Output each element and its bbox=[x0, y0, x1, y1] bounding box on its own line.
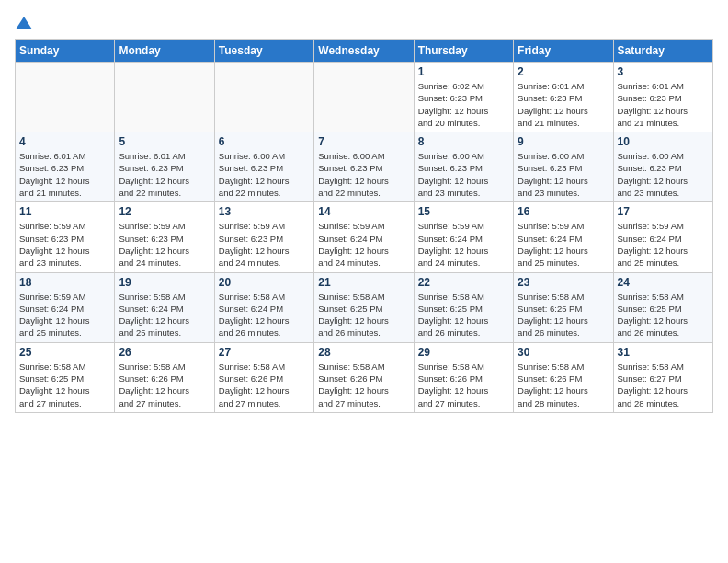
weekday-header-thursday: Thursday bbox=[414, 40, 513, 63]
day-number: 13 bbox=[219, 205, 310, 218]
day-info: Sunrise: 5:58 AMSunset: 6:25 PMDaylight:… bbox=[318, 291, 409, 339]
day-number: 30 bbox=[518, 346, 609, 359]
week-row-1: 1Sunrise: 6:02 AMSunset: 6:23 PMDaylight… bbox=[16, 63, 713, 132]
day-number: 9 bbox=[518, 135, 609, 148]
day-info: Sunrise: 5:58 AMSunset: 6:26 PMDaylight:… bbox=[518, 361, 609, 409]
day-info: Sunrise: 6:01 AMSunset: 6:23 PMDaylight:… bbox=[19, 150, 110, 199]
weekday-header-sunday: Sunday bbox=[16, 40, 115, 63]
day-info: Sunrise: 5:59 AMSunset: 6:24 PMDaylight:… bbox=[318, 220, 409, 269]
calendar-cell: 28Sunrise: 5:58 AMSunset: 6:26 PMDayligh… bbox=[314, 342, 414, 412]
day-info: Sunrise: 6:00 AMSunset: 6:23 PMDaylight:… bbox=[518, 150, 609, 199]
calendar-cell: 22Sunrise: 5:58 AMSunset: 6:25 PMDayligh… bbox=[414, 272, 513, 342]
day-number: 16 bbox=[518, 205, 609, 218]
day-info: Sunrise: 6:01 AMSunset: 6:23 PMDaylight:… bbox=[518, 80, 609, 129]
logo bbox=[15, 15, 32, 31]
day-info: Sunrise: 5:59 AMSunset: 6:23 PMDaylight:… bbox=[119, 220, 210, 269]
day-number: 14 bbox=[318, 205, 409, 218]
day-number: 8 bbox=[418, 135, 509, 148]
calendar-cell: 2Sunrise: 6:01 AMSunset: 6:23 PMDaylight… bbox=[514, 63, 613, 132]
week-row-2: 4Sunrise: 6:01 AMSunset: 6:23 PMDaylight… bbox=[16, 132, 713, 202]
day-number: 22 bbox=[418, 276, 509, 289]
day-number: 29 bbox=[418, 346, 509, 359]
day-number: 5 bbox=[119, 135, 210, 148]
calendar-cell: 6Sunrise: 6:00 AMSunset: 6:23 PMDaylight… bbox=[214, 132, 313, 202]
calendar-cell: 25Sunrise: 5:58 AMSunset: 6:25 PMDayligh… bbox=[16, 342, 115, 412]
day-info: Sunrise: 5:58 AMSunset: 6:26 PMDaylight:… bbox=[318, 361, 409, 409]
calendar-cell: 27Sunrise: 5:58 AMSunset: 6:26 PMDayligh… bbox=[214, 342, 313, 412]
day-info: Sunrise: 6:01 AMSunset: 6:23 PMDaylight:… bbox=[618, 80, 709, 129]
weekday-header-saturday: Saturday bbox=[613, 40, 712, 63]
calendar-cell: 23Sunrise: 5:58 AMSunset: 6:25 PMDayligh… bbox=[514, 272, 613, 342]
calendar-cell: 3Sunrise: 6:01 AMSunset: 6:23 PMDaylight… bbox=[613, 63, 712, 132]
day-info: Sunrise: 5:59 AMSunset: 6:23 PMDaylight:… bbox=[219, 220, 310, 269]
day-info: Sunrise: 5:58 AMSunset: 6:27 PMDaylight:… bbox=[618, 361, 709, 409]
calendar-cell: 1Sunrise: 6:02 AMSunset: 6:23 PMDaylight… bbox=[414, 63, 513, 132]
week-row-5: 25Sunrise: 5:58 AMSunset: 6:25 PMDayligh… bbox=[16, 342, 713, 412]
day-info: Sunrise: 5:58 AMSunset: 6:25 PMDaylight:… bbox=[19, 361, 110, 409]
day-number: 19 bbox=[119, 276, 210, 289]
day-info: Sunrise: 5:58 AMSunset: 6:24 PMDaylight:… bbox=[119, 291, 210, 339]
day-number: 18 bbox=[19, 276, 110, 289]
weekday-header-friday: Friday bbox=[514, 40, 613, 63]
day-info: Sunrise: 5:58 AMSunset: 6:26 PMDaylight:… bbox=[418, 361, 509, 409]
week-row-3: 11Sunrise: 5:59 AMSunset: 6:23 PMDayligh… bbox=[16, 202, 713, 272]
day-info: Sunrise: 6:00 AMSunset: 6:23 PMDaylight:… bbox=[318, 150, 409, 199]
calendar-cell: 7Sunrise: 6:00 AMSunset: 6:23 PMDaylight… bbox=[314, 132, 414, 202]
day-number: 28 bbox=[318, 346, 409, 359]
weekday-header-row: SundayMondayTuesdayWednesdayThursdayFrid… bbox=[16, 40, 713, 63]
calendar-cell: 21Sunrise: 5:58 AMSunset: 6:25 PMDayligh… bbox=[314, 272, 414, 342]
weekday-header-monday: Monday bbox=[115, 40, 214, 63]
day-number: 11 bbox=[19, 205, 110, 218]
day-info: Sunrise: 6:02 AMSunset: 6:23 PMDaylight:… bbox=[418, 80, 509, 129]
day-number: 12 bbox=[119, 205, 210, 218]
day-number: 26 bbox=[119, 346, 210, 359]
day-info: Sunrise: 5:58 AMSunset: 6:25 PMDaylight:… bbox=[418, 291, 509, 339]
calendar-cell: 20Sunrise: 5:58 AMSunset: 6:24 PMDayligh… bbox=[214, 272, 313, 342]
calendar-cell: 12Sunrise: 5:59 AMSunset: 6:23 PMDayligh… bbox=[115, 202, 214, 272]
calendar-cell: 9Sunrise: 6:00 AMSunset: 6:23 PMDaylight… bbox=[514, 132, 613, 202]
day-info: Sunrise: 6:00 AMSunset: 6:23 PMDaylight:… bbox=[418, 150, 509, 199]
calendar-cell: 13Sunrise: 5:59 AMSunset: 6:23 PMDayligh… bbox=[214, 202, 313, 272]
day-number: 24 bbox=[618, 276, 709, 289]
day-info: Sunrise: 6:00 AMSunset: 6:23 PMDaylight:… bbox=[219, 150, 310, 199]
calendar-cell bbox=[16, 63, 115, 132]
calendar-cell: 11Sunrise: 5:59 AMSunset: 6:23 PMDayligh… bbox=[16, 202, 115, 272]
calendar-cell: 4Sunrise: 6:01 AMSunset: 6:23 PMDaylight… bbox=[16, 132, 115, 202]
day-info: Sunrise: 5:59 AMSunset: 6:24 PMDaylight:… bbox=[618, 220, 709, 269]
day-info: Sunrise: 5:59 AMSunset: 6:24 PMDaylight:… bbox=[418, 220, 509, 269]
logo-triangle-icon bbox=[16, 15, 32, 31]
calendar-cell: 31Sunrise: 5:58 AMSunset: 6:27 PMDayligh… bbox=[613, 342, 712, 412]
day-number: 15 bbox=[418, 205, 509, 218]
day-number: 6 bbox=[219, 135, 310, 148]
day-number: 2 bbox=[518, 65, 609, 78]
week-row-4: 18Sunrise: 5:59 AMSunset: 6:24 PMDayligh… bbox=[16, 272, 713, 342]
calendar-cell: 26Sunrise: 5:58 AMSunset: 6:26 PMDayligh… bbox=[115, 342, 214, 412]
calendar-cell: 17Sunrise: 5:59 AMSunset: 6:24 PMDayligh… bbox=[613, 202, 712, 272]
page-header bbox=[15, 15, 713, 31]
calendar-cell bbox=[314, 63, 414, 132]
calendar-cell bbox=[115, 63, 214, 132]
day-number: 20 bbox=[219, 276, 310, 289]
calendar-cell: 19Sunrise: 5:58 AMSunset: 6:24 PMDayligh… bbox=[115, 272, 214, 342]
calendar-cell: 24Sunrise: 5:58 AMSunset: 6:25 PMDayligh… bbox=[613, 272, 712, 342]
day-info: Sunrise: 5:59 AMSunset: 6:23 PMDaylight:… bbox=[19, 220, 110, 269]
day-number: 7 bbox=[318, 135, 409, 148]
day-number: 21 bbox=[318, 276, 409, 289]
weekday-header-wednesday: Wednesday bbox=[314, 40, 414, 63]
day-info: Sunrise: 6:00 AMSunset: 6:23 PMDaylight:… bbox=[618, 150, 709, 199]
day-number: 4 bbox=[19, 135, 110, 148]
day-number: 17 bbox=[618, 205, 709, 218]
calendar-cell: 29Sunrise: 5:58 AMSunset: 6:26 PMDayligh… bbox=[414, 342, 513, 412]
day-number: 1 bbox=[418, 65, 509, 78]
calendar-cell bbox=[214, 63, 313, 132]
day-info: Sunrise: 6:01 AMSunset: 6:23 PMDaylight:… bbox=[119, 150, 210, 199]
calendar-cell: 14Sunrise: 5:59 AMSunset: 6:24 PMDayligh… bbox=[314, 202, 414, 272]
day-number: 3 bbox=[618, 65, 709, 78]
calendar-cell: 5Sunrise: 6:01 AMSunset: 6:23 PMDaylight… bbox=[115, 132, 214, 202]
calendar-cell: 8Sunrise: 6:00 AMSunset: 6:23 PMDaylight… bbox=[414, 132, 513, 202]
day-info: Sunrise: 5:58 AMSunset: 6:25 PMDaylight:… bbox=[618, 291, 709, 339]
weekday-header-tuesday: Tuesday bbox=[214, 40, 313, 63]
calendar-cell: 30Sunrise: 5:58 AMSunset: 6:26 PMDayligh… bbox=[514, 342, 613, 412]
day-info: Sunrise: 5:58 AMSunset: 6:24 PMDaylight:… bbox=[219, 291, 310, 339]
day-info: Sunrise: 5:58 AMSunset: 6:26 PMDaylight:… bbox=[119, 361, 210, 409]
